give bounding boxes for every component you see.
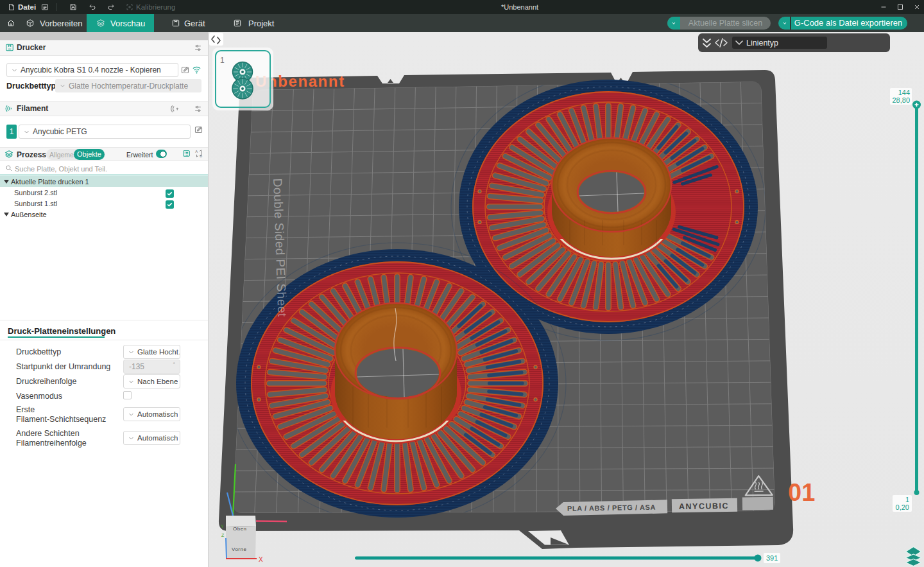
svg-text:B: B <box>200 154 202 158</box>
svg-text:X: X <box>259 556 263 563</box>
svg-text:1: 1 <box>905 496 909 503</box>
svg-text:Vorne: Vorne <box>232 546 246 552</box>
svg-text:0,20: 0,20 <box>896 503 909 511</box>
svg-text:28,80: 28,80 <box>892 96 910 104</box>
svg-text:A: A <box>195 150 198 153</box>
svg-text:ANYCUBIC: ANYCUBIC <box>679 502 729 511</box>
svg-text:Z: Z <box>221 533 225 537</box>
svg-text:Linientyp: Linientyp <box>746 39 778 48</box>
svg-text:1: 1 <box>220 56 225 65</box>
svg-text:01: 01 <box>788 479 815 506</box>
svg-text:391: 391 <box>766 554 778 562</box>
svg-text:Oben: Oben <box>233 526 247 532</box>
svg-text:PLA / ABS / PETG / ASA: PLA / ABS / PETG / ASA <box>567 503 656 512</box>
svg-text:144: 144 <box>898 89 910 96</box>
svg-text:Y: Y <box>221 524 224 528</box>
